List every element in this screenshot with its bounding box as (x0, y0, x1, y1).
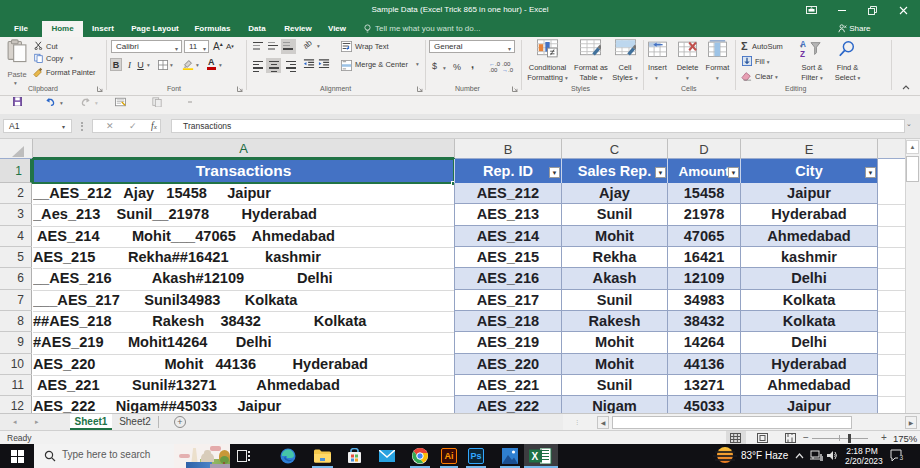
svg-text:3: 3 (900, 454, 904, 461)
svg-text:A: A (800, 40, 806, 49)
svg-text:Z: Z (800, 50, 805, 59)
svg-text:X: X (532, 451, 539, 462)
